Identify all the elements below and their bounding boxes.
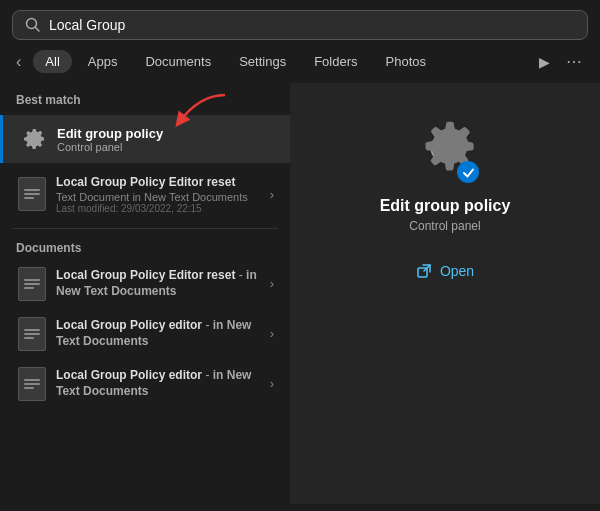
doc-chevron-2: › xyxy=(270,326,274,341)
main-content: Best match xyxy=(0,83,600,504)
first-doc-location: Text Document in New Text Documents xyxy=(56,191,260,203)
left-panel: Best match xyxy=(0,83,290,504)
first-doc-chevron: › xyxy=(270,187,274,202)
doc-title-3: Local Group Policy editor - in New Text … xyxy=(56,368,260,399)
doc-chevron-1: › xyxy=(270,276,274,291)
doc-icon-3 xyxy=(18,367,46,401)
more-button[interactable]: ⋯ xyxy=(560,48,588,75)
right-panel-title: Edit group policy xyxy=(380,197,511,215)
search-input[interactable] xyxy=(49,17,575,33)
svg-line-1 xyxy=(36,28,40,32)
best-match-text: Edit group policy Control panel xyxy=(57,126,163,153)
open-label: Open xyxy=(440,263,474,279)
doc-text-1: Local Group Policy Editor reset - in New… xyxy=(56,268,260,299)
doc-icon-2 xyxy=(18,317,46,351)
doc-item-1[interactable]: Local Group Policy Editor reset - in New… xyxy=(4,259,286,309)
first-doc-icon xyxy=(18,177,46,211)
filter-photos[interactable]: Photos xyxy=(374,50,438,73)
checkmark-badge xyxy=(457,161,479,183)
red-arrow-indicator xyxy=(170,93,230,133)
filter-folders[interactable]: Folders xyxy=(302,50,369,73)
divider-1 xyxy=(12,228,278,229)
right-panel-subtitle: Control panel xyxy=(409,219,480,233)
doc-title-2: Local Group Policy editor - in New Text … xyxy=(56,318,260,349)
doc-text-3: Local Group Policy editor - in New Text … xyxy=(56,368,260,399)
best-match-label: Best match xyxy=(0,87,290,111)
doc-title-1: Local Group Policy Editor reset - in New… xyxy=(56,268,260,299)
edit-group-policy-icon xyxy=(15,123,47,155)
best-match-item[interactable]: Edit group policy Control panel xyxy=(0,115,290,163)
search-bar xyxy=(12,10,588,40)
best-match-title: Edit group policy xyxy=(57,126,163,141)
open-button[interactable]: Open xyxy=(404,257,486,285)
first-doc-item[interactable]: Local Group Policy Editor reset Text Doc… xyxy=(4,167,286,222)
doc-chevron-3: › xyxy=(270,376,274,391)
first-doc-title: Local Group Policy Editor reset xyxy=(56,175,260,191)
first-doc-text: Local Group Policy Editor reset Text Doc… xyxy=(56,175,260,214)
back-button[interactable]: ‹ xyxy=(12,49,29,75)
play-button[interactable]: ▶ xyxy=(533,50,556,74)
filter-documents[interactable]: Documents xyxy=(133,50,223,73)
search-icon xyxy=(25,17,41,33)
filter-apps[interactable]: Apps xyxy=(76,50,130,73)
doc-text-2: Local Group Policy editor - in New Text … xyxy=(56,318,260,349)
right-panel-icon-wrap xyxy=(409,113,481,185)
best-match-subtitle: Control panel xyxy=(57,141,163,153)
right-panel: Edit group policy Control panel Open xyxy=(290,83,600,504)
doc-icon-1 xyxy=(18,267,46,301)
doc-item-3[interactable]: Local Group Policy editor - in New Text … xyxy=(4,359,286,409)
filter-bar: ‹ All Apps Documents Settings Folders Ph… xyxy=(0,48,600,83)
documents-label: Documents xyxy=(0,235,290,259)
open-external-icon xyxy=(416,263,432,279)
first-doc-meta: Last modified: 29/03/2022, 22:15 xyxy=(56,203,260,214)
filter-settings[interactable]: Settings xyxy=(227,50,298,73)
doc-item-2[interactable]: Local Group Policy editor - in New Text … xyxy=(4,309,286,359)
filter-all[interactable]: All xyxy=(33,50,71,73)
